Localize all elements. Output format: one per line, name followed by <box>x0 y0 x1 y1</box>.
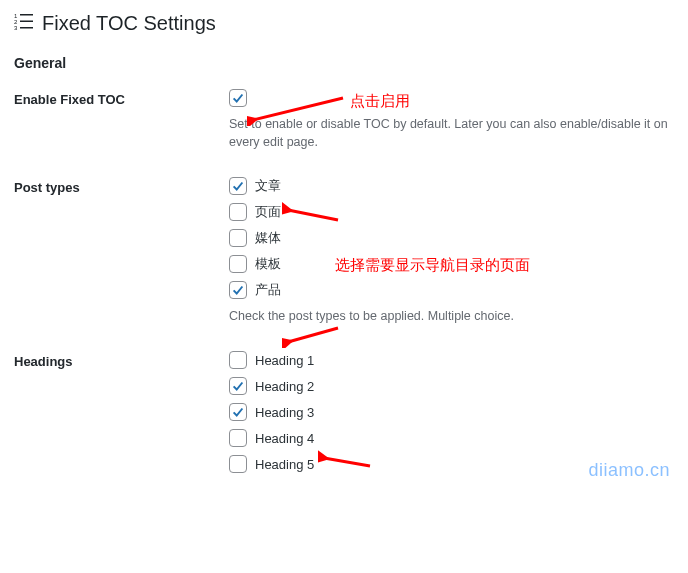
checkbox-label: 文章 <box>255 177 281 195</box>
checkbox-label: 模板 <box>255 255 281 273</box>
row-headings: Headings Heading 1 Heading 2 Heading 3 H… <box>14 351 674 473</box>
section-heading-general: General <box>14 55 674 71</box>
row-enable-fixed-toc: Enable Fixed TOC Set to enable or disabl… <box>14 89 674 151</box>
checkbox-label: Heading 4 <box>255 431 314 446</box>
annotation-post-types: 选择需要显示导航目录的页面 <box>335 256 530 275</box>
svg-rect-5 <box>20 27 33 29</box>
row-post-types: Post types 文章 页面 媒体 模板 产品 Check the post… <box>14 177 674 325</box>
checkbox-label: Heading 5 <box>255 457 314 472</box>
check-icon <box>229 403 247 421</box>
svg-line-8 <box>288 328 338 342</box>
checkbox-post-type-1[interactable]: 页面 <box>229 203 674 221</box>
svg-rect-1 <box>20 14 33 16</box>
annotation-enable: 点击启用 <box>350 92 410 111</box>
label-headings: Headings <box>14 351 229 369</box>
check-icon <box>229 351 247 369</box>
desc-enable-fixed-toc: Set to enable or disable TOC by default.… <box>229 115 674 151</box>
checkbox-label: Heading 2 <box>255 379 314 394</box>
svg-text:3: 3 <box>14 25 18 31</box>
checkbox-post-type-0[interactable]: 文章 <box>229 177 674 195</box>
checkbox-heading-1[interactable]: Heading 2 <box>229 377 674 395</box>
check-icon <box>229 281 247 299</box>
checkbox-label: Heading 3 <box>255 405 314 420</box>
svg-rect-3 <box>20 21 33 23</box>
checkbox-label: 页面 <box>255 203 281 221</box>
label-enable-fixed-toc: Enable Fixed TOC <box>14 89 229 107</box>
check-icon <box>229 177 247 195</box>
checkbox-post-type-2[interactable]: 媒体 <box>229 229 674 247</box>
page-title-text: Fixed TOC Settings <box>42 12 216 35</box>
checkbox-label: Heading 1 <box>255 353 314 368</box>
check-icon <box>229 429 247 447</box>
checkbox-heading-3[interactable]: Heading 4 <box>229 429 674 447</box>
toc-icon: 123 <box>14 12 34 35</box>
arrow-icon <box>282 322 342 348</box>
watermark: diiamo.cn <box>588 460 670 481</box>
check-icon <box>229 455 247 473</box>
annotation-headings: 选择要出现在导航目录的标题 <box>370 490 565 491</box>
checkbox-post-type-4[interactable]: 产品 <box>229 281 674 299</box>
check-icon <box>229 89 247 107</box>
check-icon <box>229 229 247 247</box>
checkbox-heading-2[interactable]: Heading 3 <box>229 403 674 421</box>
checkbox-enable-fixed-toc[interactable] <box>229 89 674 107</box>
check-icon <box>229 377 247 395</box>
desc-post-types: Check the post types to be applied. Mult… <box>229 307 674 325</box>
checkbox-label: 媒体 <box>255 229 281 247</box>
checkbox-label: 产品 <box>255 281 281 299</box>
checkbox-heading-0[interactable]: Heading 1 <box>229 351 674 369</box>
page-title: 123 Fixed TOC Settings <box>14 12 674 35</box>
check-icon <box>229 255 247 273</box>
label-post-types: Post types <box>14 177 229 195</box>
check-icon <box>229 203 247 221</box>
